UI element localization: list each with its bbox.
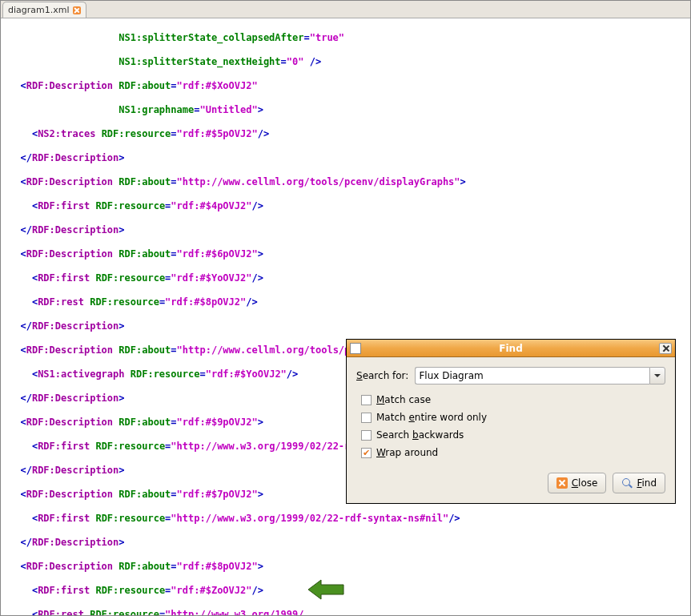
code-line: <RDF:Description RDF:about="rdf:#$8pOVJ2… [9, 561, 690, 573]
tab-bar: diagram1.xml [1, 1, 690, 18]
svg-marker-1 [308, 580, 343, 599]
code-line: </RDF:Description> [9, 320, 690, 332]
wrap-around-label: Wrap around [376, 447, 438, 458]
arrow-icon [305, 578, 345, 602]
close-button[interactable]: Close [548, 473, 607, 493]
code-line: <RDF:Description RDF:about="rdf:#$6pOVJ2… [9, 248, 690, 260]
match-case-label: Match case [376, 394, 431, 405]
find-title: Find [499, 343, 522, 354]
search-backwards-checkbox[interactable] [361, 430, 372, 441]
tab-diagram1[interactable]: diagram1.xml [2, 2, 86, 18]
code-line: <RDF:rest RDF:resource="http://www.w3.or… [9, 609, 690, 616]
edit-icon [350, 343, 361, 354]
code-line: NS1:splitterState_collapsedAfter="true" [9, 32, 690, 44]
code-line: <RDF:Description RDF:about="rdf:#$XoOVJ2… [9, 80, 690, 92]
search-for-label: Search for: [356, 370, 408, 381]
close-icon [556, 477, 568, 489]
code-line: <RDF:Description RDF:about="http://www.c… [9, 176, 690, 188]
code-line: </RDF:Description> [9, 224, 690, 236]
code-line: NS1:graphname="Untitled"> [9, 104, 690, 116]
search-input[interactable] [415, 367, 649, 384]
code-line: <NS2:traces RDF:resource="rdf:#$5pOVJ2"/… [9, 128, 690, 140]
code-line: <RDF:first RDF:resource="rdf:#$YoOVJ2"/> [9, 272, 690, 284]
search-backwards-label: Search backwards [376, 429, 464, 441]
search-icon [621, 477, 633, 489]
match-word-label: Match entire word only [376, 412, 487, 423]
code-line: NS1:splitterState_nextHeight="0" /> [9, 56, 690, 68]
code-line: <RDF:first RDF:resource="http://www.w3.o… [9, 513, 690, 525]
code-line: <RDF:rest RDF:resource="rdf:#$8pOVJ2"/> [9, 296, 690, 308]
close-icon[interactable] [73, 6, 81, 14]
wrap-around-checkbox[interactable] [361, 448, 372, 458]
tab-label: diagram1.xml [8, 5, 70, 15]
code-line: </RDF:Description> [9, 537, 690, 549]
match-word-checkbox[interactable] [361, 413, 372, 423]
find-titlebar[interactable]: Find [347, 340, 675, 357]
code-editor[interactable]: NS1:splitterState_collapsedAfter="true" … [1, 18, 690, 616]
close-icon[interactable] [659, 343, 672, 354]
search-history-dropdown[interactable] [649, 367, 665, 384]
match-case-checkbox[interactable] [361, 395, 372, 405]
code-line: </RDF:Description> [9, 152, 690, 164]
code-line: <RDF:first RDF:resource="rdf:#$4pOVJ2"/> [9, 200, 690, 212]
find-button[interactable]: Find [613, 473, 665, 493]
find-dialog: Find Search for: Match case Match entire… [346, 339, 676, 504]
code-line: <RDF:first RDF:resource="rdf:#$ZoOVJ2"/> [9, 585, 690, 597]
